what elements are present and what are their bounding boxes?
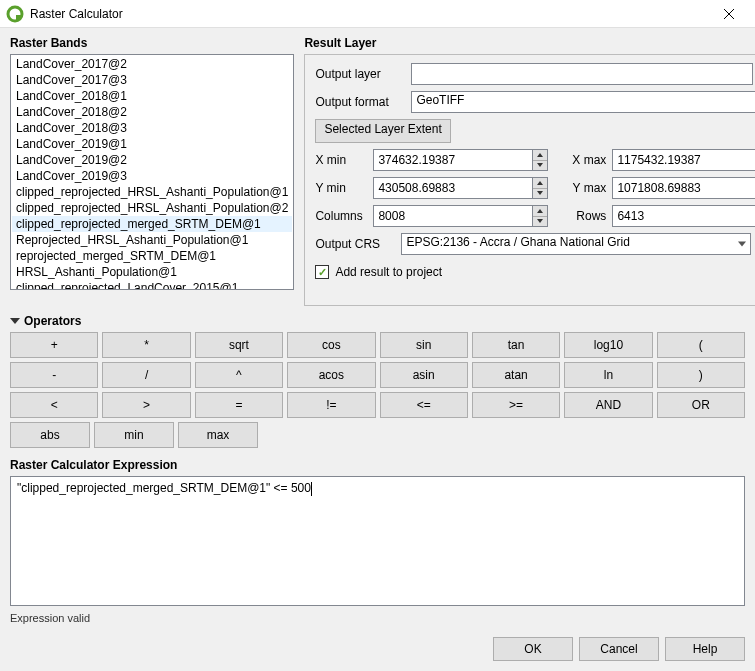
output-format-value: GeoTIFF xyxy=(416,93,464,107)
operator-button[interactable]: max xyxy=(178,422,258,448)
band-item[interactable]: LandCover_2018@3 xyxy=(12,120,292,136)
qgis-icon xyxy=(6,5,24,23)
chevron-down-icon xyxy=(738,242,746,247)
add-result-checkbox[interactable]: ✓ xyxy=(315,265,329,279)
raster-calculator-window: Raster Calculator Raster Bands LandCover… xyxy=(0,0,755,671)
band-item[interactable]: LandCover_2017@3 xyxy=(12,72,292,88)
raster-bands-panel: Raster Bands LandCover_2017@2LandCover_2… xyxy=(10,36,294,306)
result-layer-label: Result Layer xyxy=(304,36,755,50)
operator-button[interactable]: min xyxy=(94,422,174,448)
operator-button[interactable]: sqrt xyxy=(195,332,283,358)
spin-up-icon[interactable] xyxy=(533,178,547,188)
output-crs-label: Output CRS xyxy=(315,237,395,251)
spin-down-icon[interactable] xyxy=(533,188,547,199)
output-format-label: Output format xyxy=(315,95,405,109)
operator-button[interactable]: ln xyxy=(564,362,652,388)
operator-button[interactable]: abs xyxy=(10,422,90,448)
dialog-button-row: OK Cancel Help xyxy=(493,637,745,661)
operator-button[interactable]: AND xyxy=(564,392,652,418)
text-cursor xyxy=(311,482,312,496)
operator-button[interactable]: ) xyxy=(657,362,745,388)
band-item[interactable]: clipped_reprojected_LandCover_2015@1 xyxy=(12,280,292,290)
rows-label: Rows xyxy=(554,209,606,223)
band-item[interactable]: reprojected_merged_SRTM_DEM@1 xyxy=(12,248,292,264)
band-item[interactable]: LandCover_2019@1 xyxy=(12,136,292,152)
raster-bands-label: Raster Bands xyxy=(10,36,294,50)
band-item[interactable]: LandCover_2018@1 xyxy=(12,88,292,104)
output-format-select[interactable]: GeoTIFF xyxy=(411,91,755,113)
xmin-input[interactable] xyxy=(373,149,548,171)
operator-button[interactable]: atan xyxy=(472,362,560,388)
expression-editor[interactable]: "clipped_reprojected_merged_SRTM_DEM@1" … xyxy=(10,476,745,606)
band-item[interactable]: LandCover_2017@2 xyxy=(12,56,292,72)
operator-button[interactable]: log10 xyxy=(564,332,652,358)
help-button[interactable]: Help xyxy=(665,637,745,661)
operator-button[interactable]: sin xyxy=(380,332,468,358)
expression-text: "clipped_reprojected_merged_SRTM_DEM@1" … xyxy=(17,481,311,495)
band-item[interactable]: LandCover_2019@3 xyxy=(12,168,292,184)
raster-bands-list[interactable]: LandCover_2017@2LandCover_2017@3LandCove… xyxy=(10,54,294,290)
operator-button[interactable]: - xyxy=(10,362,98,388)
operator-button[interactable]: <= xyxy=(380,392,468,418)
band-item[interactable]: LandCover_2018@2 xyxy=(12,104,292,120)
band-item[interactable]: Reprojected_HRSL_Ashanti_Population@1 xyxy=(12,232,292,248)
band-item[interactable]: clipped_reprojected_merged_SRTM_DEM@1 xyxy=(12,216,292,232)
spin-down-icon[interactable] xyxy=(533,160,547,171)
ymax-label: Y max xyxy=(554,181,606,195)
window-title: Raster Calculator xyxy=(30,7,709,21)
operators-header[interactable]: Operators xyxy=(10,314,745,328)
result-layer-panel: Result Layer Output layer … Output forma… xyxy=(304,36,755,306)
output-crs-value: EPSG:2136 - Accra / Ghana National Grid xyxy=(406,235,629,249)
operator-button[interactable]: != xyxy=(287,392,375,418)
spin-down-icon[interactable] xyxy=(533,216,547,227)
spin-up-icon[interactable] xyxy=(533,206,547,216)
band-item[interactable]: LandCover_2019@2 xyxy=(12,152,292,168)
cancel-button[interactable]: Cancel xyxy=(579,637,659,661)
selected-layer-extent-button[interactable]: Selected Layer Extent xyxy=(315,119,450,143)
operator-button[interactable]: = xyxy=(195,392,283,418)
operator-button[interactable]: + xyxy=(10,332,98,358)
ymax-input[interactable] xyxy=(612,177,755,199)
spin-up-icon[interactable] xyxy=(533,150,547,160)
operator-button[interactable]: asin xyxy=(380,362,468,388)
operator-button[interactable]: * xyxy=(102,332,190,358)
titlebar: Raster Calculator xyxy=(0,0,755,28)
operator-button[interactable]: OR xyxy=(657,392,745,418)
band-item[interactable]: clipped_reprojected_HRSL_Ashanti_Populat… xyxy=(12,184,292,200)
columns-input[interactable] xyxy=(373,205,548,227)
operator-button[interactable]: / xyxy=(102,362,190,388)
band-item[interactable]: HRSL_Ashanti_Population@1 xyxy=(12,264,292,280)
ok-button[interactable]: OK xyxy=(493,637,573,661)
add-result-label: Add result to project xyxy=(335,265,442,279)
operator-button[interactable]: > xyxy=(102,392,190,418)
expression-status: Expression valid xyxy=(10,612,745,624)
operator-button[interactable]: tan xyxy=(472,332,560,358)
operator-button[interactable]: >= xyxy=(472,392,560,418)
close-button[interactable] xyxy=(709,0,749,28)
band-item[interactable]: clipped_reprojected_HRSL_Ashanti_Populat… xyxy=(12,200,292,216)
svg-rect-1 xyxy=(16,15,21,20)
operator-button[interactable]: < xyxy=(10,392,98,418)
xmax-input[interactable] xyxy=(612,149,755,171)
operators-label: Operators xyxy=(24,314,81,328)
rows-input[interactable] xyxy=(612,205,755,227)
output-crs-select[interactable]: EPSG:2136 - Accra / Ghana National Grid xyxy=(401,233,751,255)
xmax-label: X max xyxy=(554,153,606,167)
operators-grid: +*sqrtcossintanlog10(-/^acosasinatanln)<… xyxy=(10,332,745,448)
columns-label: Columns xyxy=(315,209,367,223)
operator-button[interactable]: acos xyxy=(287,362,375,388)
disclosure-icon xyxy=(10,318,20,324)
ymin-input[interactable] xyxy=(373,177,548,199)
ymin-label: Y min xyxy=(315,181,367,195)
operator-button[interactable]: cos xyxy=(287,332,375,358)
output-layer-label: Output layer xyxy=(315,67,405,81)
operator-button[interactable]: ( xyxy=(657,332,745,358)
output-layer-input[interactable] xyxy=(411,63,753,85)
xmin-label: X min xyxy=(315,153,367,167)
expression-label: Raster Calculator Expression xyxy=(10,458,745,472)
operator-button[interactable]: ^ xyxy=(195,362,283,388)
close-icon xyxy=(724,9,734,19)
